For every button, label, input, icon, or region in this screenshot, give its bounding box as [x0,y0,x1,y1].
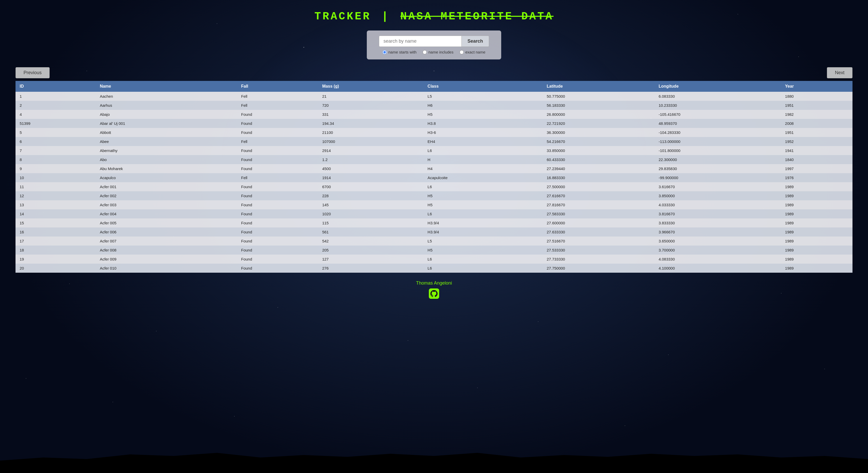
table-cell: Found [237,155,318,164]
table-cell: 228 [318,191,424,200]
table-cell: Acfer 007 [96,236,237,246]
table-cell: Abajo [96,110,237,119]
table-cell: 1989 [781,191,852,200]
table-cell: 1951 [781,101,852,110]
table-cell: 5 [16,128,96,137]
next-button[interactable]: Next [827,67,852,78]
table-cell: 6700 [318,182,424,191]
table-cell: Abbott [96,128,237,137]
table-cell: 542 [318,236,424,246]
table-cell: 4.083330 [654,255,781,264]
table-cell: 1989 [781,264,852,273]
title-separator: | [381,10,390,23]
github-icon[interactable] [429,288,439,299]
table-cell: 27.600000 [542,218,654,227]
table-cell: 29.835830 [654,164,781,173]
table-cell: 27.533330 [542,246,654,255]
table-cell: 3.966670 [654,227,781,236]
table-cell: 3.816670 [654,209,781,218]
table-cell: 6.083330 [654,92,781,101]
table-cell: 22.300000 [654,155,781,164]
table-cell: Found [237,255,318,264]
table-cell: 1989 [781,246,852,255]
table-cell: Found [237,236,318,246]
table-cell: 2008 [781,119,852,128]
table-cell: Found [237,119,318,128]
table-cell: -99.900000 [654,173,781,182]
table-cell: 16 [16,227,96,236]
table-row: 1AachenFell21L550.7750006.0833301880 [16,92,852,101]
table-cell: Acfer 006 [96,227,237,236]
table-cell: 1976 [781,173,852,182]
search-input-row: Search [379,36,489,47]
table-cell: 4500 [318,164,424,173]
table-cell: Fell [237,137,318,146]
table-cell: 1997 [781,164,852,173]
table-cell: 48.959370 [654,119,781,128]
table-row: 15Acfer 005Found115H3.9/427.6000003.8333… [16,218,852,227]
search-radio-includes[interactable] [423,50,427,54]
col-header-class: Class [424,81,542,92]
table-cell: 16.883330 [542,173,654,182]
table-cell: Aachen [96,92,237,101]
table-cell: Fell [237,92,318,101]
table-cell: Acfer 009 [96,255,237,264]
table-cell: 1952 [781,137,852,146]
table-cell: Fell [237,173,318,182]
table-cell: L5 [424,92,542,101]
table-cell: 27.583330 [542,209,654,218]
table-cell: 1982 [781,110,852,119]
table-cell: Abo [96,155,237,164]
col-header-longitude: Longitude [654,81,781,92]
page-title: TRACKER | NASA METEORITE DATA [0,10,868,23]
table-cell: 4.100000 [654,264,781,273]
table-cell: Acapulco [96,173,237,182]
table-cell: L6 [424,255,542,264]
table-cell: Found [237,227,318,236]
table-cell: 9 [16,164,96,173]
search-radio-starts[interactable] [382,50,387,54]
table-cell: Abernathy [96,146,237,155]
table-cell: -101.800000 [654,146,781,155]
table-cell: 17 [16,236,96,246]
previous-button[interactable]: Previous [16,67,50,78]
table-cell: 27.633330 [542,227,654,236]
table-cell: H5 [424,110,542,119]
search-option-exact-label: exact name [465,50,486,54]
table-cell: -104.283330 [654,128,781,137]
table-cell: 56.183330 [542,101,654,110]
search-option-includes[interactable]: name includes [423,50,454,54]
table-cell: 19 [16,255,96,264]
table-cell: 1941 [781,146,852,155]
search-box: Search name starts with name includes ex… [367,31,501,59]
table-cell: H5 [424,200,542,209]
table-row: 10AcapulcoFell1914Acapulcoite16.883330-9… [16,173,852,182]
col-header-year: Year [781,81,852,92]
table-cell: 21100 [318,128,424,137]
table-cell: Found [237,209,318,218]
table-cell: Acfer 008 [96,246,237,255]
search-input[interactable] [379,36,462,47]
table-row: 4AbajoFound331H526.800000-105.4166701982 [16,110,852,119]
nav-row: Previous Next [0,67,868,78]
table-cell: H3.9/4 [424,227,542,236]
search-option-starts[interactable]: name starts with [382,50,416,54]
search-radio-exact[interactable] [460,50,464,54]
table-cell: 27.616670 [542,191,654,200]
table-row: 18Acfer 008Found205H527.5333303.70000019… [16,246,852,255]
search-option-exact[interactable]: exact name [460,50,486,54]
table-cell: 1989 [781,218,852,227]
table-cell: 2914 [318,146,424,155]
table-cell: H5 [424,246,542,255]
search-button[interactable]: Search [462,36,489,47]
table-cell: Abu Moharek [96,164,237,173]
table-cell: 3.833330 [654,218,781,227]
table-cell: H3-6 [424,128,542,137]
table-cell: 21 [318,92,424,101]
search-container: Search name starts with name includes ex… [0,25,868,67]
table-cell: Found [237,246,318,255]
table-cell: 3.650000 [654,236,781,246]
table-cell: 36.300000 [542,128,654,137]
table-cell: Found [237,264,318,273]
table-header: ID Name Fall Mass (g) Class Latitude Lon… [16,81,852,92]
